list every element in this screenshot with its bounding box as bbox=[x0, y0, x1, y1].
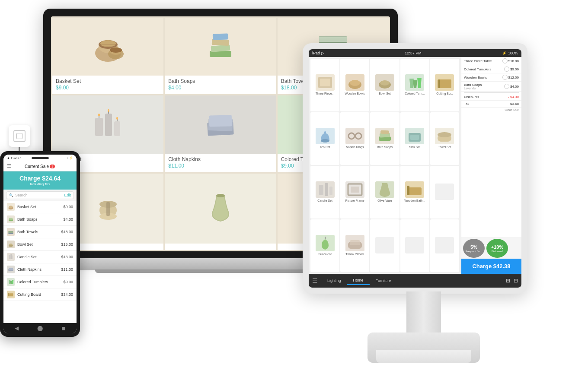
tab-product-5[interactable]: Tea Pot bbox=[310, 112, 339, 165]
laptop-product-info bbox=[165, 244, 276, 250]
svg-rect-67 bbox=[325, 183, 328, 196]
laptop-product-basket-set[interactable]: Basket Set $9.00 bbox=[52, 18, 163, 94]
tab-product-name-5: Tea Pot bbox=[320, 146, 330, 149]
svg-point-27 bbox=[98, 114, 100, 116]
phone-charge-sub: Including Tax bbox=[7, 182, 73, 186]
laptop-product-name: Basket Set bbox=[56, 78, 160, 84]
welcome-discount-button[interactable]: +10% Welcome! bbox=[486, 239, 508, 258]
phone-item-7[interactable]: Cutting Board $34.00 bbox=[3, 288, 77, 301]
svg-point-29 bbox=[116, 117, 118, 120]
clear-sale-button[interactable]: Clear Sale bbox=[461, 108, 521, 112]
svg-rect-22 bbox=[105, 114, 112, 136]
tablet-cart: Three Piece Table... $18.00 Colored Tumb… bbox=[461, 57, 521, 274]
phone-edit-link[interactable]: Edit bbox=[64, 193, 71, 197]
svg-rect-68 bbox=[329, 187, 332, 195]
phone-item-1[interactable]: Bath Soaps $4.00 bbox=[3, 213, 77, 226]
tab-product-4[interactable]: Cutting Bo... bbox=[430, 59, 459, 111]
svg-point-28 bbox=[108, 109, 109, 112]
laptop-product-info: Basket Set $9.00 bbox=[52, 76, 163, 94]
phone-apps-button[interactable]: ◼ bbox=[61, 325, 66, 331]
tablet-status-bar: iPad ▷ 12:37 PM ⚡ 100% bbox=[309, 49, 521, 57]
svg-rect-86 bbox=[12, 256, 13, 259]
phone-item-6[interactable]: Colored Tumblers $9.00 bbox=[3, 276, 77, 288]
svg-point-58 bbox=[355, 133, 361, 139]
svg-rect-88 bbox=[9, 268, 13, 270]
tab-nav-layout-icon[interactable]: ⊟ bbox=[514, 278, 518, 284]
stand-base-front bbox=[376, 350, 471, 363]
phone-home-button[interactable]: ⬤ bbox=[37, 325, 43, 331]
tab-product-name-16: Throw Pillows bbox=[345, 253, 364, 256]
tab-nav-grid-icon[interactable]: ⊞ bbox=[506, 278, 510, 284]
laptop-product-img bbox=[52, 95, 163, 153]
tab-product-11[interactable]: Picture Frame bbox=[340, 166, 369, 218]
discount-buttons-row: 5% Frequent Bu... +10% Welcome! bbox=[461, 237, 521, 259]
phone-search-bar[interactable]: 🔍 Search Edit bbox=[6, 191, 74, 199]
tablet-charge-button[interactable]: Charge $42.38 bbox=[461, 259, 521, 274]
tab-product-name-0: Three Piece... bbox=[316, 92, 335, 95]
tablet-stand: iPad ▷ 12:37 PM ⚡ 100% Three Piece... bbox=[303, 43, 545, 363]
tablet-time: 12:37 PM bbox=[405, 51, 422, 55]
svg-rect-90 bbox=[8, 293, 9, 297]
laptop-product-cloth-napkins[interactable]: Cloth Napkins $11.00 bbox=[165, 95, 276, 172]
laptop-product-price: $4.00 bbox=[168, 85, 272, 91]
phone-menu-icon[interactable]: ☰ bbox=[7, 163, 12, 169]
laptop-product-row3-2[interactable] bbox=[165, 174, 276, 250]
svg-rect-63 bbox=[410, 135, 419, 140]
cart-item-tax: Tax $3.68 bbox=[461, 101, 521, 108]
tab-product-12[interactable]: Olive Vase bbox=[370, 166, 399, 218]
tab-product-1[interactable]: Wooden Bowls bbox=[340, 59, 369, 111]
phone-item-0[interactable]: Basket Set $9.00 bbox=[3, 201, 77, 213]
tab-nav-lighting[interactable]: Lighting bbox=[321, 277, 347, 285]
tab-product-15[interactable]: Succulent bbox=[310, 219, 339, 272]
svg-rect-84 bbox=[9, 255, 10, 259]
svg-rect-75 bbox=[350, 240, 360, 245]
tab-product-17 bbox=[370, 219, 399, 272]
tab-nav-home[interactable]: Home bbox=[347, 276, 370, 285]
tab-nav-furniture[interactable]: Furniture bbox=[370, 277, 397, 285]
phone-status-left: ▲ ▾ 12:37 bbox=[7, 156, 21, 160]
phone-speaker bbox=[32, 157, 49, 159]
svg-rect-61 bbox=[380, 130, 389, 134]
phone-item-list: Basket Set $9.00 Bath Soaps $4.00 Bath T… bbox=[3, 201, 77, 323]
svg-rect-13 bbox=[213, 34, 228, 40]
tab-product-7[interactable]: Bath Soaps bbox=[370, 112, 399, 165]
phone-screen: ▲ ▾ 12:37 ▪ ⚡ ☰ Current Sale 1 Charge $2… bbox=[3, 155, 77, 333]
svg-point-52 bbox=[380, 80, 390, 86]
phone-charge-button[interactable]: Charge $24.64 Including Tax bbox=[3, 171, 77, 190]
svg-rect-18 bbox=[319, 36, 347, 37]
frequent-buyer-discount-button[interactable]: 5% Frequent Bu... bbox=[463, 239, 485, 258]
phone-badge: 1 bbox=[50, 165, 55, 168]
laptop-product-info: Cloth Napkins $11.00 bbox=[165, 154, 276, 172]
laptop-product-bath-soaps[interactable]: Bath Soaps $4.00 bbox=[165, 18, 276, 94]
tab-product-14 bbox=[430, 166, 459, 218]
tab-product-8[interactable]: Sink Set bbox=[400, 112, 429, 165]
tab-product-0[interactable]: Three Piece... bbox=[310, 59, 339, 111]
phone-item-4[interactable]: Candle Set $13.00 bbox=[3, 251, 77, 263]
phone-item-5[interactable]: Cloth Napkins $11.00 bbox=[3, 263, 77, 276]
tab-product-2[interactable]: Bowl Set bbox=[370, 59, 399, 111]
tablet-status-left: iPad ▷ bbox=[312, 51, 324, 55]
phone-back-button[interactable]: ◀ bbox=[15, 325, 19, 331]
cart-item-discounts: Discounts - $4.30 bbox=[461, 94, 521, 101]
svg-rect-89 bbox=[8, 293, 13, 296]
svg-point-55 bbox=[321, 139, 329, 142]
tab-product-13[interactable]: Wooden Bath... bbox=[400, 166, 429, 218]
tab-product-10[interactable]: Candle Set bbox=[310, 166, 339, 218]
tab-product-name-4: Cutting Bo... bbox=[436, 92, 453, 95]
phone-battery: ▪ ⚡ bbox=[67, 156, 73, 160]
phone-title: Current Sale bbox=[25, 164, 49, 169]
nav-hamburger-icon[interactable]: ☰ bbox=[312, 277, 318, 284]
svg-point-83 bbox=[9, 244, 13, 245]
phone-item-2[interactable]: Bath Towels $18.00 bbox=[3, 226, 77, 238]
tab-product-name-10: Candle Set bbox=[317, 199, 332, 203]
phone-item-3[interactable]: Bowl Set $15.00 bbox=[3, 238, 77, 251]
tab-product-6[interactable]: Napkin Rings bbox=[340, 112, 369, 165]
tab-product-16[interactable]: Throw Pillows bbox=[340, 219, 369, 272]
tablet-product-grid: Three Piece... Wooden Bowls bbox=[309, 57, 461, 274]
tab-product-9[interactable]: Towel Set bbox=[430, 112, 459, 165]
svg-rect-85 bbox=[10, 254, 12, 259]
tab-product-3[interactable]: Colored Tum... bbox=[400, 59, 429, 111]
tab-product-name-6: Napkin Rings bbox=[346, 146, 364, 149]
tab-product-name-9: Towel Set bbox=[438, 146, 451, 149]
svg-rect-79 bbox=[9, 218, 13, 220]
